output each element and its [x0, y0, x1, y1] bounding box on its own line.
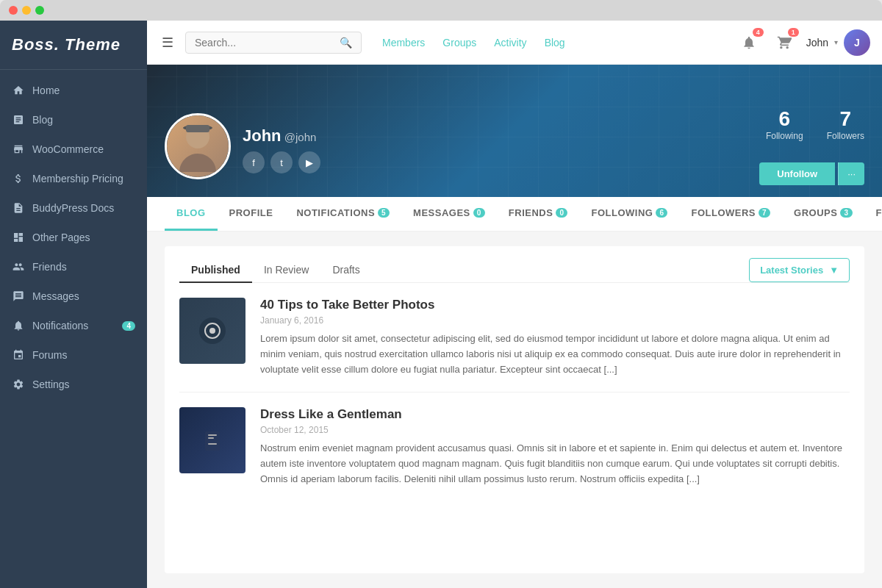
post-date-2: October 12, 2015 — [260, 425, 850, 435]
following-count: 6 — [766, 107, 803, 131]
sidebar-item-messages[interactable]: Messages — [0, 282, 147, 311]
blog-post-1: 40 Tips to Take Better Photos January 6,… — [179, 283, 850, 392]
tab-groups[interactable]: Groups 3 — [782, 197, 864, 231]
sidebar-item-other-pages[interactable]: Other Pages — [0, 223, 147, 252]
svg-rect-8 — [208, 437, 214, 439]
friends-icon — [12, 260, 25, 273]
sidebar: Boss. Theme Home Blog WooCommerce — [0, 21, 147, 588]
profile-avatar-image — [167, 115, 229, 177]
sidebar-item-label: Blog — [32, 114, 53, 126]
facebook-button[interactable]: f — [243, 151, 265, 173]
nav-link-blog[interactable]: Blog — [545, 37, 565, 49]
profile-hero: John @john f t ▶ 6 Following 7 F — [147, 65, 882, 197]
sidebar-item-notifications[interactable]: Notifications 4 — [0, 311, 147, 340]
docs-icon — [12, 201, 25, 215]
tab-forums[interactable]: Forums — [864, 197, 883, 231]
friends-tab-badge: 0 — [556, 208, 567, 218]
sidebar-navigation: Home Blog WooCommerce Membership Pricing — [0, 70, 147, 405]
sidebar-item-label: Notifications — [32, 320, 88, 331]
sidebar-item-blog[interactable]: Blog — [0, 105, 147, 135]
close-button[interactable] — [9, 6, 18, 15]
post-title-2[interactable]: Dress Like a Gentleman — [260, 407, 850, 422]
app-container: Boss. Theme Home Blog WooCommerce — [0, 21, 882, 588]
sidebar-item-settings[interactable]: Settings — [0, 370, 147, 399]
tab-following[interactable]: Following 6 — [579, 197, 679, 231]
nav-link-groups[interactable]: Groups — [442, 37, 476, 49]
twitter-button[interactable]: t — [270, 151, 293, 173]
nav-link-activity[interactable]: Activity — [494, 37, 526, 49]
tab-friends[interactable]: Friends 0 — [497, 197, 580, 231]
groups-tab-badge: 3 — [840, 208, 852, 218]
sidebar-item-label: Settings — [32, 379, 70, 390]
following-stat: 6 Following — [766, 107, 803, 141]
sidebar-item-home[interactable]: Home — [0, 76, 147, 105]
settings-icon — [12, 378, 25, 391]
hamburger-menu[interactable]: ☰ — [159, 32, 176, 54]
search-input[interactable] — [195, 37, 334, 49]
svg-rect-6 — [205, 431, 220, 451]
user-name: John — [806, 37, 828, 49]
notifications-tab-badge: 5 — [378, 208, 390, 218]
sidebar-item-label: Messages — [32, 290, 79, 302]
nav-link-members[interactable]: Members — [382, 37, 425, 49]
nav-actions: 4 1 John ▾ J — [736, 29, 870, 56]
profile-social: f t ▶ — [243, 151, 754, 173]
sort-chevron-icon: ▼ — [829, 265, 839, 276]
followers-tab-badge: 7 — [759, 208, 770, 218]
user-avatar: J — [844, 29, 870, 56]
sub-tab-published[interactable]: Published — [179, 258, 252, 283]
post-date-1: January 6, 2016 — [260, 315, 850, 326]
sidebar-item-forums[interactable]: Forums — [0, 340, 147, 370]
youtube-button[interactable]: ▶ — [298, 151, 320, 173]
sidebar-item-friends[interactable]: Friends — [0, 252, 147, 282]
tab-messages[interactable]: Messages 0 — [401, 197, 497, 231]
tab-followers[interactable]: Followers 7 — [679, 197, 782, 231]
sidebar-item-label: Forums — [32, 349, 67, 361]
more-options-button[interactable]: ··· — [838, 162, 864, 185]
blog-posts-list: 40 Tips to Take Better Photos January 6,… — [165, 283, 864, 517]
pages-icon — [12, 231, 25, 244]
sidebar-item-label: Membership Pricing — [32, 173, 123, 184]
svg-point-5 — [209, 328, 215, 334]
top-navbar: ☰ 🔍 Members Groups Activity Blog 4 1 — [147, 21, 882, 65]
sidebar-item-woocommerce[interactable]: WooCommerce — [0, 135, 147, 164]
notifications-badge: 4 — [122, 321, 135, 331]
sidebar-item-buddypress-docs[interactable]: BuddyPress Docs — [0, 193, 147, 223]
sub-tab-in-review[interactable]: In Review — [252, 258, 320, 283]
sidebar-item-label: Home — [32, 85, 60, 96]
sub-tab-drafts[interactable]: Drafts — [320, 258, 371, 283]
svg-rect-2 — [186, 125, 209, 132]
profile-avatar — [165, 113, 231, 179]
profile-details: John @john f t ▶ — [243, 126, 754, 185]
search-box: 🔍 — [185, 32, 362, 54]
tab-notifications[interactable]: Notifications 5 — [284, 197, 401, 231]
tab-profile[interactable]: Profile — [218, 197, 285, 231]
profile-handle: @john — [284, 131, 317, 143]
sub-tabs: Published In Review Drafts — [179, 258, 372, 282]
forums-icon — [12, 348, 25, 362]
profile-actions: Unfollow ··· — [759, 162, 864, 185]
home-icon — [12, 84, 25, 97]
cart-button[interactable]: 1 — [771, 29, 797, 56]
sort-label: Latest Stories — [760, 265, 823, 276]
tab-blog[interactable]: Blog — [165, 197, 218, 231]
sidebar-item-membership-pricing[interactable]: Membership Pricing — [0, 164, 147, 193]
notifications-button[interactable]: 4 — [736, 29, 762, 56]
sort-select[interactable]: Latest Stories ▼ — [749, 258, 850, 282]
blog-post-2: Dress Like a Gentleman October 12, 2015 … — [179, 392, 850, 501]
profile-tabs: Blog Profile Notifications 5 Messages 0 … — [147, 197, 882, 232]
user-menu[interactable]: John ▾ J — [806, 29, 870, 56]
store-icon — [12, 143, 25, 156]
unfollow-button[interactable]: Unfollow — [759, 162, 835, 185]
post-title-1[interactable]: 40 Tips to Take Better Photos — [260, 298, 850, 312]
maximize-button[interactable] — [35, 6, 44, 15]
sidebar-item-label: Friends — [32, 261, 67, 273]
svg-rect-7 — [208, 434, 217, 436]
chevron-down-icon: ▾ — [834, 38, 838, 46]
window-chrome — [0, 0, 882, 21]
sidebar-item-label: Other Pages — [32, 232, 90, 243]
post-excerpt-1: Lorem ipsum dolor sit amet, consectetur … — [260, 331, 850, 377]
search-icon: 🔍 — [340, 37, 352, 49]
nav-links: Members Groups Activity Blog — [382, 37, 565, 49]
minimize-button[interactable] — [22, 6, 31, 15]
